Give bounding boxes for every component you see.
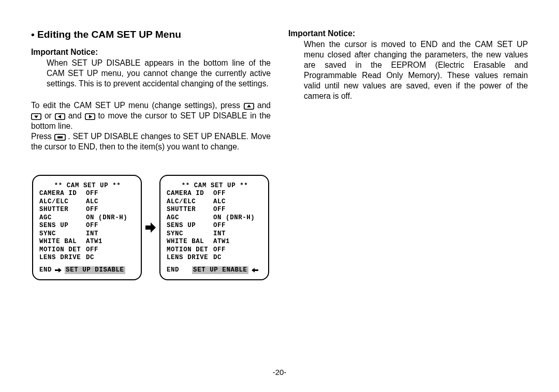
notice-label-right: Important Notice: [288,29,528,38]
page: • Editing the CAM SET UP Menu Important … [0,0,559,392]
menu-end-line: END SET UP ENABLE [167,266,263,275]
notice-body-left: When SET UP DISABLE appears in the botto… [47,58,271,89]
menu-row: MOTION DETOFF [39,246,136,254]
menu-row: SYNCINT [39,230,136,238]
menu-row: SENS UPOFF [167,222,263,230]
arrow-down-key-icon [31,113,41,120]
instruction-paragraph-2: Press . SET UP DISABLE changes to SET UP… [31,131,271,152]
menu-row: ALC/ELCALC [167,198,263,206]
menu-row: WHITE BALATW1 [167,238,263,246]
page-number: -20- [31,368,528,376]
arrow-up-key-icon [244,103,254,110]
arrow-right-icon [55,268,62,273]
menu-title: ** CAM SET UP ** [167,182,263,190]
two-column-layout: • Editing the CAM SET UP Menu Important … [31,29,528,368]
text: To edit the CAM SET UP menu (change sett… [31,101,244,110]
menu-row: WHITE BALATW1 [39,238,136,246]
menu-row: SENS UPOFF [39,222,136,230]
setup-state-enable: SET UP ENABLE [192,266,248,275]
text: . SET UP DISABLE changes to SET UP ENABL… [31,132,271,151]
text: or [45,111,55,120]
menu-row: LENS DRIVEDC [39,254,136,262]
menu-row: SYNCINT [167,230,263,238]
right-column: Important Notice: When the cursor is mov… [288,29,528,368]
menu-row: AGCON (DNR-H) [39,214,136,222]
section-heading: • Editing the CAM SET UP Menu [31,29,271,40]
left-column: • Editing the CAM SET UP Menu Important … [31,29,271,368]
menu-row: CAMERA IDOFF [39,190,136,198]
text: Press [31,132,54,141]
arrow-left-key-icon [55,113,65,120]
transition-arrow-icon [145,222,156,233]
menu-screen-disable: ** CAM SET UP ** CAMERA IDOFF ALC/ELCALC… [32,175,142,281]
text: to move the cursor to SET UP DISABLE in … [31,111,271,130]
menu-row: SHUTTEROFF [39,206,136,214]
menu-screens: ** CAM SET UP ** CAMERA IDOFF ALC/ELCALC… [32,175,271,281]
end-label: END [167,266,179,275]
notice-label-left: Important Notice: [31,48,271,57]
text: and [257,101,271,110]
menu-end-line: END SET UP DISABLE [39,266,136,275]
set-key-icon [54,134,66,141]
notice-body-right: When the cursor is moved to END and the … [304,39,528,101]
menu-row: LENS DRIVEDC [167,254,263,262]
menu-row: CAMERA IDOFF [167,190,263,198]
menu-screen-enable: ** CAM SET UP ** CAMERA IDOFF ALC/ELCALC… [159,175,269,281]
svg-rect-5 [57,136,63,138]
menu-row: ALC/ELCALC [39,198,136,206]
arrow-left-icon [252,268,258,273]
arrow-right-key-icon [85,113,95,120]
setup-state-disable: SET UP DISABLE [65,266,125,275]
menu-row: SHUTTEROFF [167,206,263,214]
text: and [68,111,85,120]
menu-row: AGCON (DNR-H) [167,214,263,222]
menu-row: MOTION DETOFF [167,246,263,254]
menu-title: ** CAM SET UP ** [39,182,136,190]
instruction-paragraph-1: To edit the CAM SET UP menu (change sett… [31,100,271,131]
end-label: END [39,266,52,275]
